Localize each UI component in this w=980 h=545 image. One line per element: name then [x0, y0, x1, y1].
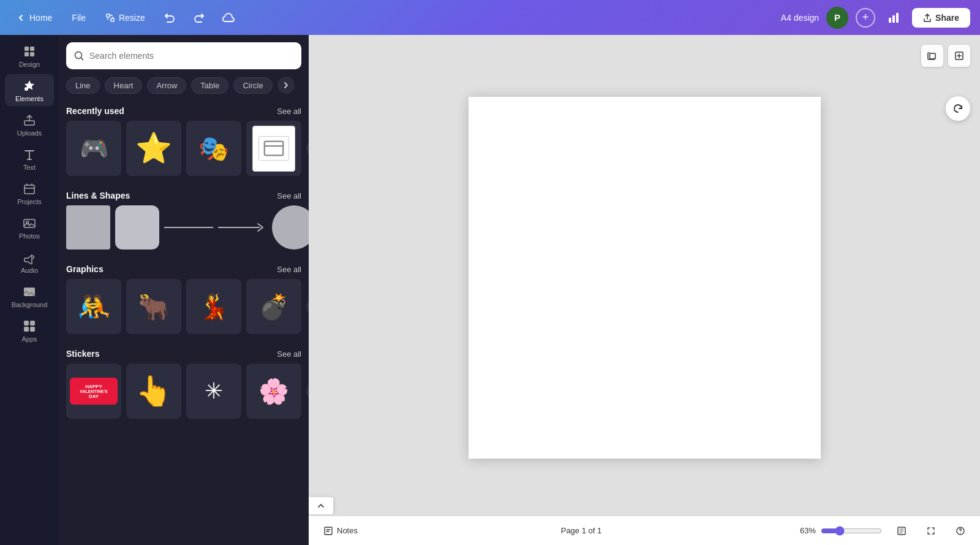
sidebar-item-text[interactable]: Text	[5, 143, 54, 175]
help-button[interactable]	[951, 521, 970, 541]
graphic-item-4[interactable]: 💣	[246, 279, 301, 334]
canvas-page	[469, 97, 821, 459]
graphic-item-1[interactable]: 🤼	[66, 279, 121, 334]
stickers-title: Stickers	[66, 349, 99, 359]
sticker-item-4[interactable]: 🌸	[246, 364, 301, 419]
uploads-icon	[23, 113, 36, 127]
shape-arrow[interactable]	[218, 221, 267, 234]
duplicate-icon	[927, 51, 937, 61]
sidebar-item-uploads[interactable]: Uploads	[5, 109, 54, 140]
home-label: Home	[29, 13, 52, 23]
sidebar-item-photos[interactable]: Photos	[5, 212, 54, 243]
lines-shapes-title: Lines & Shapes	[66, 191, 130, 200]
search-input[interactable]	[89, 51, 294, 61]
svg-rect-18	[30, 327, 35, 332]
recently-item-1[interactable]: 🎮	[66, 121, 121, 176]
add-page-button[interactable]	[948, 45, 970, 67]
shapes-row	[59, 205, 309, 259]
add-collaborator-button[interactable]: +	[856, 8, 875, 28]
analytics-button[interactable]	[883, 7, 905, 29]
notes-button[interactable]: Notes	[318, 524, 363, 538]
share-button[interactable]: Share	[912, 8, 970, 28]
zoom-slider[interactable]	[821, 526, 882, 536]
resize-button[interactable]: Resize	[99, 9, 151, 26]
zoom-level: 63%	[800, 526, 816, 535]
stickers-grid: HAPPY VALENTINE'S DAY 👆 ✳ 🌸	[59, 364, 309, 429]
sidebar-label-elements: Elements	[15, 95, 43, 102]
chevron-left-icon	[16, 13, 26, 23]
user-initial: P	[834, 12, 840, 23]
recently-item-4[interactable]	[246, 121, 301, 176]
svg-rect-2	[889, 18, 891, 23]
background-icon	[23, 285, 36, 299]
sidebar-item-apps[interactable]: Apps	[5, 314, 54, 346]
sidebar-item-background[interactable]: Background	[5, 280, 54, 312]
shape-circle[interactable]	[272, 205, 309, 250]
sticker-item-3[interactable]: ✳	[186, 364, 241, 419]
svg-rect-10	[24, 121, 34, 125]
redo-icon	[193, 12, 205, 24]
recently-used-see-all[interactable]: See all	[277, 107, 301, 116]
undo-icon	[164, 12, 176, 24]
sparkle-sticker: ✳	[205, 378, 223, 404]
graphics-expand[interactable]	[306, 298, 309, 315]
sticker-item-2[interactable]: 👆	[126, 364, 181, 419]
graphics-grid: 🤼 🐂 💃 💣	[59, 279, 309, 344]
graphic-item-2[interactable]: 🐂	[126, 279, 181, 334]
home-button[interactable]: Home	[10, 9, 58, 26]
sidebar-label-background: Background	[12, 301, 48, 308]
chevron-right-icon	[282, 82, 290, 89]
graphic-item-3[interactable]: 💃	[186, 279, 241, 334]
chevron-up-icon	[317, 501, 325, 510]
tag-heart[interactable]: Heart	[105, 77, 143, 94]
canvas-top-tools	[921, 45, 970, 67]
tag-table[interactable]: Table	[191, 77, 228, 94]
page-view-button[interactable]	[892, 521, 911, 541]
lines-shapes-see-all[interactable]: See all	[277, 191, 301, 200]
tag-circle[interactable]: Circle	[233, 77, 272, 94]
shape-square-1[interactable]	[66, 205, 110, 250]
file-label: File	[72, 13, 86, 23]
cloud-save-button[interactable]	[217, 7, 239, 29]
ai-generate-button[interactable]	[946, 96, 970, 121]
recently-item-3[interactable]: 🎭	[186, 121, 241, 176]
sticker-item-1[interactable]: HAPPY VALENTINE'S DAY	[66, 364, 121, 419]
duplicate-page-button[interactable]	[921, 45, 943, 67]
stickers-expand[interactable]	[306, 383, 309, 400]
sidebar-item-elements[interactable]: Elements	[5, 74, 54, 106]
panel-collapse-button[interactable]	[309, 497, 333, 514]
svg-rect-12	[24, 219, 35, 227]
file-button[interactable]: File	[66, 9, 92, 26]
user-avatar[interactable]: P	[826, 7, 848, 29]
tag-arrow[interactable]: Arrow	[147, 77, 186, 94]
recently-item-2[interactable]: ⭐	[126, 121, 181, 176]
undo-button[interactable]	[159, 7, 181, 29]
zoom-controls: 63%	[800, 526, 882, 536]
stickers-header: Stickers See all	[59, 344, 309, 364]
topbar: Home File Resize A4 design P +	[0, 0, 980, 35]
notes-icon	[323, 526, 333, 536]
recently-used-title: Recently used	[66, 106, 124, 116]
search-icon	[74, 50, 85, 61]
svg-rect-7	[24, 52, 29, 56]
shape-square-2[interactable]	[115, 205, 159, 250]
sidebar-label-audio: Audio	[21, 267, 38, 274]
fullscreen-button[interactable]	[921, 521, 941, 541]
shape-line-1[interactable]	[164, 227, 213, 228]
sidebar-item-design[interactable]: Design	[5, 40, 54, 72]
projects-icon	[23, 182, 36, 196]
sidebar-item-projects[interactable]: Projects	[5, 177, 54, 209]
tags-expand-button[interactable]	[277, 77, 295, 94]
sidebar-label-photos: Photos	[19, 232, 40, 240]
arrow-shape	[218, 221, 267, 234]
stickers-see-all[interactable]: See all	[277, 349, 301, 359]
tag-pills-container: Line Heart Arrow Table Circle	[59, 77, 309, 101]
recently-used-expand[interactable]	[306, 140, 309, 157]
fullscreen-icon	[926, 526, 936, 536]
sidebar-label-projects: Projects	[17, 198, 42, 205]
tag-line[interactable]: Line	[66, 77, 100, 94]
sidebar-item-audio[interactable]: Audio	[5, 246, 54, 278]
hand-sticker: 👆	[135, 374, 172, 408]
redo-button[interactable]	[188, 7, 210, 29]
graphics-see-all[interactable]: See all	[277, 265, 301, 274]
